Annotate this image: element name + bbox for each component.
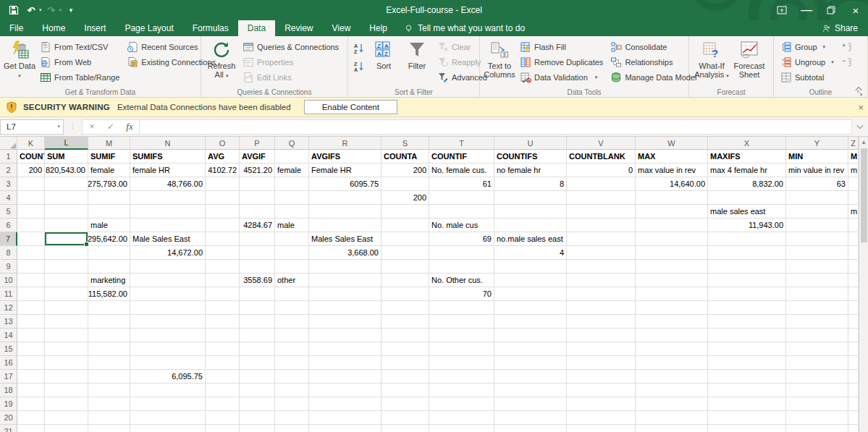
cell-K14[interactable]	[17, 329, 45, 342]
cell-T14[interactable]	[429, 329, 494, 342]
row-header-8[interactable]: 8	[0, 246, 17, 260]
cell-N2[interactable]: female HR	[130, 164, 206, 177]
cell-R1[interactable]: AVGIFS	[309, 150, 382, 164]
cell-W10[interactable]	[636, 274, 708, 287]
cell-O16[interactable]	[206, 356, 240, 370]
cell-T4[interactable]	[429, 191, 494, 205]
cell-X10[interactable]	[708, 274, 786, 287]
cell-M17[interactable]	[88, 370, 130, 384]
cell-X12[interactable]	[708, 301, 786, 315]
cell-Z16[interactable]	[848, 356, 859, 370]
subtotal-button[interactable]: Subtotal	[778, 69, 836, 85]
cell-T6[interactable]: No. male cus	[429, 219, 494, 232]
cell-X15[interactable]	[708, 342, 786, 356]
cell-L8[interactable]	[45, 246, 88, 260]
cell-V11[interactable]	[567, 287, 636, 301]
cell-P3[interactable]	[240, 177, 275, 191]
cell-Q4[interactable]	[275, 191, 309, 205]
cell-Y17[interactable]	[786, 370, 848, 384]
cell-Q6[interactable]: male	[275, 219, 309, 232]
cell-K2[interactable]: 200	[17, 164, 45, 177]
cell-X17[interactable]	[708, 370, 786, 384]
restore-icon[interactable]	[819, 0, 843, 20]
cell-N15[interactable]	[130, 342, 206, 356]
cell-Z10[interactable]	[848, 274, 859, 287]
cell-Y12[interactable]	[786, 301, 848, 315]
cell-W1[interactable]: MAX	[636, 150, 708, 164]
cell-W11[interactable]	[636, 287, 708, 301]
row-header-5[interactable]: 5	[0, 205, 17, 219]
from-web-button[interactable]: From Web	[38, 54, 122, 69]
cell-X9[interactable]	[708, 260, 786, 274]
cell-T7[interactable]: 69	[429, 232, 494, 246]
cell-Y5[interactable]	[786, 205, 848, 219]
cell-L11[interactable]	[45, 287, 88, 301]
column-header-X[interactable]: X	[708, 137, 786, 150]
cell-L16[interactable]	[45, 356, 88, 370]
cell-T16[interactable]	[429, 356, 494, 370]
name-box-dropdown-icon[interactable]: ▾	[57, 124, 60, 130]
tell-me-box[interactable]: Tell me what you want to do	[397, 20, 532, 36]
cell-T13[interactable]	[429, 315, 494, 329]
cell-V18[interactable]	[567, 384, 636, 397]
cell-T11[interactable]: 70	[429, 287, 494, 301]
security-bar-close-icon[interactable]: ×	[858, 102, 864, 113]
cell-W5[interactable]	[636, 205, 708, 219]
cell-L13[interactable]	[45, 315, 88, 329]
cell-L21[interactable]	[45, 425, 88, 432]
cell-N20[interactable]	[130, 411, 206, 425]
cell-T1[interactable]: COUNTIF	[429, 150, 494, 164]
cell-P20[interactable]	[240, 411, 275, 425]
cell-T17[interactable]	[429, 370, 494, 384]
cell-M12[interactable]	[88, 301, 130, 315]
cell-W21[interactable]	[636, 425, 708, 432]
cell-S5[interactable]	[382, 205, 429, 219]
cell-T20[interactable]	[429, 411, 494, 425]
cell-W15[interactable]	[636, 342, 708, 356]
cell-Y19[interactable]	[786, 397, 848, 411]
cell-L19[interactable]	[45, 397, 88, 411]
cell-R18[interactable]	[309, 384, 382, 397]
cell-U20[interactable]	[494, 411, 567, 425]
formula-bar-expand-icon[interactable]	[852, 124, 868, 130]
cell-N8[interactable]: 14,672.00	[130, 246, 206, 260]
hide-detail-icon[interactable]: −	[839, 54, 855, 69]
sort-button[interactable]: ZAAZ Sort	[367, 38, 400, 70]
cell-P7[interactable]	[240, 232, 275, 246]
cell-X18[interactable]	[708, 384, 786, 397]
cell-O3[interactable]	[206, 177, 240, 191]
cell-S21[interactable]	[382, 425, 429, 432]
sort-az-icon[interactable]: AZ	[351, 41, 367, 56]
cell-U2[interactable]: no female hr	[494, 164, 567, 177]
cell-T8[interactable]	[429, 246, 494, 260]
column-header-W[interactable]: W	[636, 137, 708, 150]
row-header-12[interactable]: 12	[0, 301, 17, 315]
row-header-7[interactable]: 7	[0, 232, 17, 246]
cell-T12[interactable]	[429, 301, 494, 315]
cell-S11[interactable]	[382, 287, 429, 301]
cell-Q16[interactable]	[275, 356, 309, 370]
tab-formulas[interactable]: Formulas	[183, 20, 238, 36]
row-header-15[interactable]: 15	[0, 342, 17, 356]
cell-V1[interactable]: COUNTBLANK	[567, 150, 636, 164]
cell-Z14[interactable]	[848, 329, 859, 342]
cell-U13[interactable]	[494, 315, 567, 329]
column-header-T[interactable]: T	[429, 137, 494, 150]
cell-P12[interactable]	[240, 301, 275, 315]
cell-Z4[interactable]	[848, 191, 859, 205]
ungroup-button[interactable]: Ungroup ▾	[778, 54, 836, 69]
cell-N5[interactable]	[130, 205, 206, 219]
cell-P8[interactable]	[240, 246, 275, 260]
what-if-analysis-button[interactable]: ? What-If Analysis ▾	[692, 38, 731, 80]
cell-X13[interactable]	[708, 315, 786, 329]
cell-O20[interactable]	[206, 411, 240, 425]
cell-M14[interactable]	[88, 329, 130, 342]
cell-Z3[interactable]	[848, 177, 859, 191]
cell-O13[interactable]	[206, 315, 240, 329]
tab-file[interactable]: File	[0, 20, 33, 36]
cell-R19[interactable]	[309, 397, 382, 411]
cell-P5[interactable]	[240, 205, 275, 219]
cell-K13[interactable]	[17, 315, 45, 329]
cell-V8[interactable]	[567, 246, 636, 260]
cell-Y6[interactable]	[786, 219, 848, 232]
